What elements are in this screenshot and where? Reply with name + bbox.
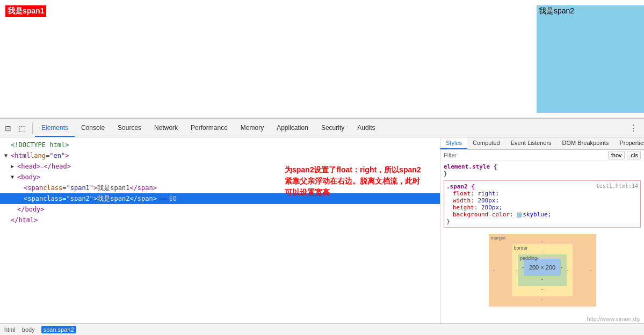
dom-line-html[interactable]: <html lang="en"> <box>0 150 440 161</box>
bm-margin-sides: - border - - padding- <box>493 244 592 296</box>
dom-line-html-close: </html> <box>0 215 440 225</box>
tab-application[interactable]: Application <box>270 119 315 137</box>
filter-cls-btn[interactable]: .cls <box>627 151 641 159</box>
dom-panel: <!DOCTYPE html> <html lang="en"> <head>…… <box>0 137 440 323</box>
span2-end: </span> <box>129 194 157 203</box>
bm-padding-box: padding- - 200 × 200 - <box>518 254 567 286</box>
triangle-body[interactable] <box>11 172 17 182</box>
styles-tab-computed[interactable]: Computed <box>467 137 505 149</box>
span2-content: 我是span2 <box>97 194 129 203</box>
bm-margin-right: - <box>590 267 591 273</box>
span1-content: 我是span1 <box>97 183 129 193</box>
dom-tree: <!DOCTYPE html> <html lang="en"> <head>…… <box>0 137 440 323</box>
bm-border-right: - <box>567 267 568 273</box>
dom-line-body[interactable]: <body> <box>0 172 440 183</box>
styles-panel: Styles Computed Event Listeners DOM Brea… <box>440 137 644 323</box>
equals-sign: == <box>159 194 167 203</box>
span2-tag-open: <span <box>24 194 43 203</box>
rule-source[interactable]: test1.html:14 <box>596 183 638 189</box>
color-swatch-skyblue <box>517 213 522 217</box>
span1-element: 我是span1 <box>5 5 46 17</box>
head-tag: <head> <box>17 162 40 171</box>
tab-security[interactable]: Security <box>315 119 351 137</box>
dom-line-span1[interactable]: <span class="span1">我是span1</span> <box>0 183 440 193</box>
bm-border-bottom: - <box>541 286 543 292</box>
triangle-html[interactable] <box>4 151 11 161</box>
browser-preview: 我是span1 我是span2 <box>0 0 644 118</box>
devtools-toolbar: ⊡ ⬚ Elements Console Sources Network Per… <box>0 119 644 137</box>
span1-class-attr: class <box>43 183 62 193</box>
html-tag: <html <box>11 151 30 161</box>
tab-memory[interactable]: Memory <box>234 119 270 137</box>
bm-border-label: border <box>514 245 528 251</box>
breadcrumb-body[interactable]: body <box>22 326 35 333</box>
filter-bar: :hov .cls <box>440 150 644 161</box>
bm-padding-right-dash: - <box>561 265 562 270</box>
span1-end: </span> <box>129 183 157 193</box>
span1-eq: =" <box>62 183 70 193</box>
inspect-icon[interactable]: ⊡ <box>2 122 14 134</box>
prop-height-value: 200px; <box>481 204 503 211</box>
bm-margin-top: - <box>541 238 543 244</box>
body-close-tag: </body> <box>17 205 45 214</box>
bm-margin-box: margin - - border - - <box>489 234 596 307</box>
breadcrumb-html[interactable]: html <box>4 326 16 333</box>
tab-elements[interactable]: Elements <box>35 119 75 137</box>
span2-class-attr: class <box>43 194 62 203</box>
breadcrumb-span2[interactable]: span.span2 <box>41 326 76 333</box>
prop-bgcolor-name: background-color <box>453 211 510 218</box>
selector-element-style: element.style { <box>444 163 497 170</box>
styles-tab-styles[interactable]: Styles <box>440 137 467 149</box>
prop-width-name: width <box>453 197 471 204</box>
bm-border-top: - <box>541 249 543 254</box>
dom-line-head[interactable]: <head>…</head> <box>0 161 440 172</box>
dom-line-doctype: <!DOCTYPE html> <box>0 140 440 150</box>
styles-subtabs: Styles Computed Event Listeners DOM Brea… <box>440 137 644 150</box>
html-close-tag: </html> <box>11 215 38 225</box>
device-toggle-icon[interactable]: ⬚ <box>16 122 28 134</box>
status-bar: html body span.span2 <box>0 323 644 335</box>
bm-padding-bottom: - <box>541 276 543 282</box>
colon-1: : <box>471 190 477 197</box>
bm-content-box: 200 × 200 <box>524 259 561 276</box>
triangle-head[interactable] <box>11 162 17 171</box>
span2-properties: float: right; width: 200px; height: 200p… <box>446 190 638 218</box>
bm-padding-label: padding- <box>520 256 539 261</box>
more-tools-icon[interactable]: ⋮ <box>625 123 642 133</box>
styles-tab-dom-breakpoints[interactable]: DOM Breakpoints <box>557 137 614 149</box>
styles-tab-properties[interactable]: Properties <box>614 137 644 149</box>
dom-line-span2[interactable]: <span class="span2">我是span2</span> == $0 <box>0 193 440 204</box>
prop-bgcolor: background-color: skyblue; <box>453 211 638 218</box>
tab-audits[interactable]: Audits <box>351 119 381 137</box>
filter-input[interactable] <box>444 152 606 158</box>
bm-border-sides: - padding- - 200 × 200 <box>516 254 569 286</box>
styles-tab-event-listeners[interactable]: Event Listeners <box>505 137 557 149</box>
bm-margin-label: margin <box>491 235 506 241</box>
filter-hov-btn[interactable]: :hov <box>608 151 625 159</box>
html-lang-value: en <box>53 151 61 161</box>
span2-class-val: span2 <box>70 194 90 203</box>
span2-eq: =" <box>62 194 70 203</box>
doctype-text: <!DOCTYPE html> <box>11 140 69 150</box>
prop-height: height: 200px; <box>453 204 638 211</box>
dollar-sign: $0 <box>169 194 176 203</box>
html-tag-close: "> <box>61 151 69 161</box>
span2-label: 我是span2 <box>539 6 585 16</box>
tab-console[interactable]: Console <box>75 119 111 137</box>
brace-close-1: } <box>444 170 447 177</box>
prop-width-value: 200px; <box>477 197 499 204</box>
body-tag: <body> <box>17 172 40 182</box>
span1-tag-open: <span <box>24 183 43 193</box>
colon-3: : <box>474 204 481 211</box>
tab-sources[interactable]: Sources <box>111 119 148 137</box>
span1-close: "> <box>90 183 97 193</box>
tab-performance[interactable]: Performance <box>184 119 234 137</box>
styles-content: element.style { } .span2 { test1.html:14… <box>440 161 644 323</box>
span2-rule-close: } <box>446 218 638 225</box>
html-eq: =" <box>46 151 53 161</box>
tab-network[interactable]: Network <box>148 119 184 137</box>
toolbar-icons: ⊡ ⬚ <box>2 122 33 134</box>
head-close: </head> <box>44 162 71 171</box>
selector-span2: .span2 { <box>446 183 475 190</box>
prop-width: width: 200px; <box>453 197 638 204</box>
